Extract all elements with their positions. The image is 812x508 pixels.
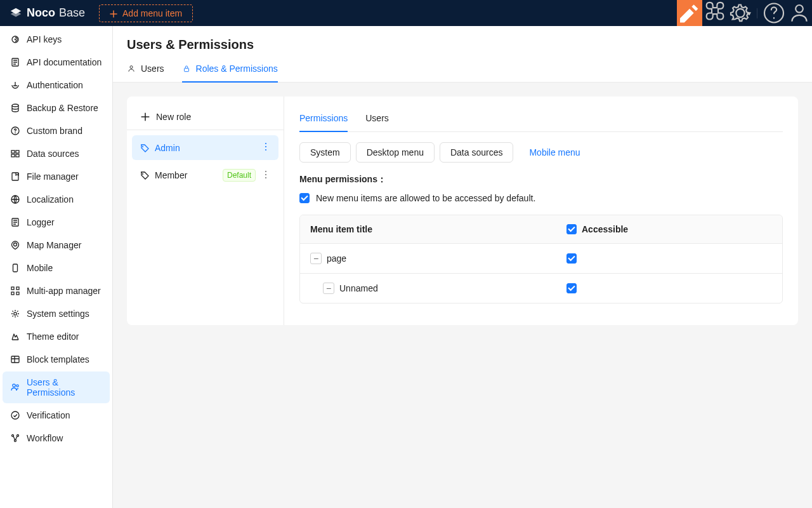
- gear-icon[interactable]: [728, 0, 753, 26]
- design-mode-icon[interactable]: [677, 0, 702, 26]
- sidebar-icon-backup-restore: [10, 103, 20, 113]
- role-item-admin[interactable]: Admin: [132, 135, 278, 160]
- sidebar-item-file-manager[interactable]: File manager: [3, 166, 110, 187]
- collapse-icon[interactable]: −: [310, 253, 322, 264]
- row-title: Unnamed: [339, 283, 378, 293]
- sidebar-item-label: Data sources: [27, 149, 79, 159]
- accessible-checkbox[interactable]: [566, 283, 577, 293]
- sidebar-item-localization[interactable]: Localization: [3, 189, 110, 210]
- svg-point-30: [265, 143, 266, 144]
- brand-name-bold: Noco: [27, 6, 55, 20]
- sidebar-item-system-settings[interactable]: System settings: [3, 303, 110, 324]
- sidebar-icon-custom-brand: [10, 126, 20, 136]
- sidebar-icon-multi-app-manager: [10, 286, 20, 296]
- tag-icon: [140, 170, 150, 180]
- accessible-checkbox[interactable]: [566, 253, 577, 264]
- page-tabs: Users Roles & Permissions: [113, 58, 812, 82]
- sidebar-item-mobile[interactable]: Mobile: [3, 257, 110, 279]
- add-menu-button[interactable]: Add menu item: [99, 4, 193, 22]
- svg-rect-28: [184, 68, 188, 71]
- sidebar-icon-mobile: [10, 263, 20, 273]
- default-access-checkbox[interactable]: [299, 193, 310, 203]
- col-accessible-label: Accessible: [582, 224, 628, 234]
- sidebar-item-api-documentation[interactable]: API documentation: [3, 51, 110, 73]
- sidebar-icon-logger: [10, 217, 20, 227]
- default-access-row[interactable]: New menu items are allowed to be accesse…: [299, 193, 783, 203]
- sidebar-item-data-sources[interactable]: Data sources: [3, 143, 110, 164]
- tab-users-label: Users: [141, 64, 164, 74]
- plus-icon: [110, 10, 117, 17]
- sub-tab-desktop[interactable]: Desktop menu: [356, 142, 435, 163]
- collapse-icon[interactable]: −: [323, 283, 334, 294]
- sidebar-item-map-manager[interactable]: Map Manager: [3, 234, 110, 256]
- svg-point-23: [11, 411, 19, 419]
- svg-point-21: [13, 384, 15, 387]
- svg-rect-16: [16, 287, 19, 290]
- default-badge: Default: [223, 169, 256, 182]
- sidebar-icon-file-manager: [10, 171, 20, 182]
- sidebar-item-custom-brand[interactable]: Custom brand: [3, 120, 110, 142]
- header-accessible-checkbox[interactable]: [566, 224, 577, 234]
- tab-users[interactable]: Users: [127, 58, 164, 83]
- sidebar-item-block-templates[interactable]: Block templates: [3, 349, 110, 370]
- table-row: − page: [300, 244, 782, 274]
- more-icon[interactable]: [261, 142, 271, 154]
- svg-point-35: [265, 173, 266, 175]
- logo-mark-icon: [9, 6, 23, 20]
- permissions-column: Permissions Users System Desktop menu Da…: [284, 97, 798, 325]
- sidebar-item-users-permissions[interactable]: Users & Permissions: [3, 371, 110, 403]
- new-role-label: New role: [156, 112, 191, 122]
- sidebar-item-label: Logger: [27, 217, 55, 227]
- more-icon[interactable]: [261, 170, 271, 182]
- svg-point-19: [14, 312, 16, 315]
- inner-tab-permissions[interactable]: Permissions: [299, 107, 348, 132]
- new-role-button[interactable]: New role: [127, 104, 284, 130]
- sub-tab-system[interactable]: System: [299, 142, 351, 163]
- role-list: Admin Member Default: [127, 130, 284, 196]
- sidebar-item-logger[interactable]: Logger: [3, 211, 110, 233]
- role-item-member[interactable]: Member Default: [132, 163, 278, 188]
- svg-point-22: [16, 385, 18, 387]
- tab-roles[interactable]: Roles & Permissions: [182, 58, 278, 83]
- sidebar-item-verification[interactable]: Verification: [3, 404, 110, 426]
- inner-tab-users[interactable]: Users: [365, 107, 389, 132]
- plugin-icon[interactable]: [702, 0, 728, 26]
- row-accessible-cell: [556, 244, 782, 272]
- svg-rect-6: [11, 150, 15, 153]
- svg-point-1: [796, 5, 803, 13]
- tab-roles-label: Roles & Permissions: [196, 64, 278, 74]
- role-name: Admin: [155, 143, 180, 153]
- inner-tabs: Permissions Users: [299, 107, 783, 132]
- sidebar-item-multi-app-manager[interactable]: Multi-app manager: [3, 280, 110, 302]
- svg-rect-15: [11, 287, 14, 290]
- brand-logo[interactable]: NocoBase: [9, 6, 85, 20]
- sidebar-item-workflow[interactable]: Workflow: [3, 427, 110, 449]
- sidebar-item-theme-editor[interactable]: Theme editor: [3, 326, 110, 347]
- sidebar-icon-workflow: [10, 433, 20, 443]
- sidebar-item-label: System settings: [27, 309, 89, 319]
- sidebar-icon-system-settings: [10, 309, 20, 319]
- sidebar: API keys API documentation Authenticatio…: [0, 26, 113, 508]
- sidebar-icon-block-templates: [10, 354, 20, 364]
- sidebar-item-backup-restore[interactable]: Backup & Restore: [3, 97, 110, 119]
- sidebar-item-api-keys[interactable]: API keys: [3, 29, 110, 50]
- user-icon[interactable]: [787, 0, 812, 26]
- svg-point-26: [15, 440, 16, 442]
- svg-rect-17: [11, 292, 14, 295]
- help-icon[interactable]: [761, 0, 787, 26]
- svg-point-2: [15, 39, 16, 40]
- sidebar-item-label: Users & Permissions: [27, 377, 102, 398]
- sub-tab-data-sources[interactable]: Data sources: [440, 142, 513, 163]
- main: Users & Permissions Users Roles & Permis…: [113, 26, 812, 508]
- add-menu-label: Add menu item: [122, 8, 182, 18]
- sub-tab-mobile[interactable]: Mobile menu: [518, 142, 591, 163]
- sidebar-item-label: File manager: [27, 171, 79, 182]
- svg-rect-14: [13, 264, 18, 272]
- sidebar-item-label: Theme editor: [27, 331, 79, 342]
- svg-point-32: [265, 149, 266, 150]
- sidebar-item-authentication[interactable]: Authentication: [3, 74, 110, 96]
- sidebar-item-label: Mobile: [27, 263, 53, 273]
- sidebar-item-label: API documentation: [27, 57, 102, 67]
- svg-point-13: [14, 243, 17, 246]
- sidebar-item-label: Verification: [27, 410, 70, 420]
